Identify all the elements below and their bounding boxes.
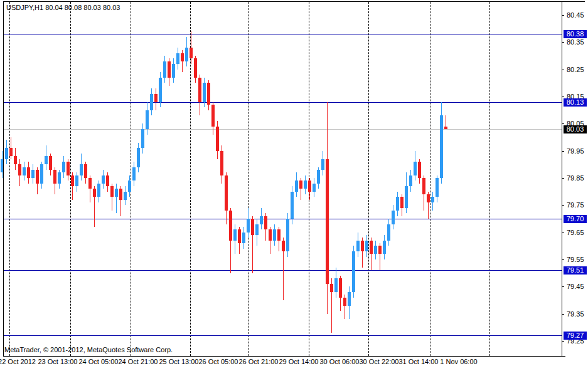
candle <box>40 164 43 184</box>
candle <box>414 162 417 175</box>
candle <box>172 64 175 78</box>
candle <box>27 167 30 178</box>
candle <box>119 189 122 200</box>
candle <box>159 78 162 102</box>
candle <box>299 180 302 189</box>
candle <box>405 186 408 208</box>
candle <box>14 156 17 164</box>
candle <box>80 164 83 175</box>
candle <box>225 175 228 211</box>
candle <box>198 78 201 102</box>
candle <box>295 180 298 192</box>
candle <box>277 229 281 241</box>
candle <box>185 48 188 61</box>
candle <box>365 241 368 251</box>
candle <box>361 241 364 251</box>
candle <box>75 175 78 186</box>
candle <box>348 292 351 306</box>
candle <box>220 151 223 175</box>
candle <box>304 180 307 189</box>
candle <box>115 189 118 197</box>
candle <box>326 159 329 284</box>
vertical-gridline <box>9 2 10 356</box>
candle <box>330 284 333 292</box>
candle <box>49 156 52 170</box>
candle <box>9 148 13 156</box>
candle <box>154 94 158 102</box>
candle <box>282 241 285 251</box>
candle <box>264 216 267 229</box>
horizontal-level-line[interactable] <box>3 335 562 336</box>
candle <box>190 48 193 58</box>
candle <box>150 94 153 110</box>
candle <box>255 224 259 235</box>
time-axis[interactable] <box>0 356 588 366</box>
candle <box>36 170 39 184</box>
candle <box>269 229 272 241</box>
candle <box>242 233 245 243</box>
candle <box>176 53 179 64</box>
candle <box>251 219 254 235</box>
horizontal-level-line[interactable] <box>3 34 562 34</box>
candle <box>229 211 232 241</box>
candle <box>233 229 237 241</box>
candle <box>339 278 342 298</box>
candle <box>168 61 171 78</box>
candle <box>207 83 210 105</box>
candle <box>427 194 430 202</box>
copyright-text: MetaTrader, © 2001-2012, MetaQuotes Soft… <box>4 346 173 353</box>
candle <box>71 175 74 186</box>
bid-price-line <box>3 129 562 130</box>
candle <box>400 197 404 208</box>
candle <box>291 192 294 219</box>
vertical-gridline <box>430 2 430 356</box>
candle <box>374 246 377 254</box>
vertical-gridline <box>131 2 131 356</box>
chart-plot-area[interactable]: 80.4580.3580.2580.1580.0579.9579.8579.75… <box>0 0 588 366</box>
candle <box>18 164 21 175</box>
candle <box>84 164 87 178</box>
candle <box>418 162 421 178</box>
candle <box>334 278 338 292</box>
candle <box>203 83 206 102</box>
candle <box>422 178 425 194</box>
candle <box>93 189 96 197</box>
candle <box>194 58 197 78</box>
candle <box>396 197 399 211</box>
horizontal-level-line[interactable] <box>3 102 562 103</box>
candle <box>286 219 289 251</box>
candle <box>260 216 263 224</box>
horizontal-level-line[interactable] <box>3 219 562 219</box>
candle <box>58 172 61 184</box>
horizontal-level-line[interactable] <box>3 270 562 271</box>
candle <box>308 180 311 192</box>
candle <box>102 175 105 184</box>
candle <box>146 110 149 129</box>
vertical-gridline <box>368 2 369 356</box>
candle <box>45 156 48 164</box>
candle <box>181 53 184 61</box>
candle <box>31 170 35 178</box>
candle <box>67 162 70 175</box>
candle <box>440 115 443 178</box>
candle <box>141 129 144 148</box>
frame-top <box>3 1 585 2</box>
candle <box>62 162 65 172</box>
candle <box>97 184 100 197</box>
candle <box>444 127 447 129</box>
candle <box>211 105 215 127</box>
candle <box>409 175 412 186</box>
candle <box>431 197 434 202</box>
candle <box>273 229 276 241</box>
candle <box>53 170 56 184</box>
candle <box>383 241 386 254</box>
candle <box>163 61 166 78</box>
candle <box>88 178 92 189</box>
candle <box>110 186 114 197</box>
candle <box>216 127 219 151</box>
candle <box>132 167 136 180</box>
vertical-gridline <box>489 2 490 356</box>
price-axis[interactable] <box>562 2 588 356</box>
chart-window: 80.4580.3580.2580.1580.0579.9579.8579.75… <box>0 0 588 366</box>
symbol-ohlc-readout: USDJPY,H1 80.04 80.08 80.03 80.03 <box>6 4 120 11</box>
